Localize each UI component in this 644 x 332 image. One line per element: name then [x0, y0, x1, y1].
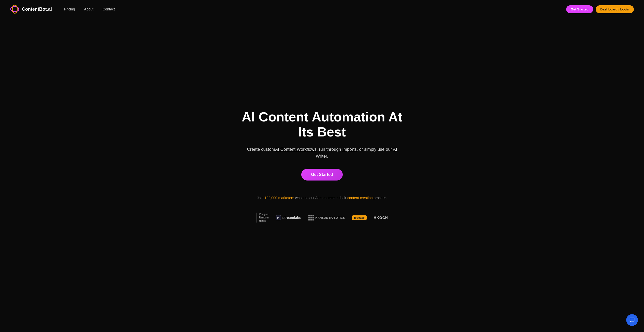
- social-proof: Join 122,000 marketers who use our AI to…: [257, 196, 387, 200]
- nav-link-about[interactable]: About: [84, 7, 94, 11]
- hanson-grid-icon: [308, 215, 314, 220]
- nav-link-pricing[interactable]: Pricing: [64, 7, 75, 11]
- social-proof-automate: automate: [324, 196, 338, 200]
- social-proof-mid1: who use our AI to: [294, 196, 324, 200]
- hero-subtitle-mid2: , or simply use our: [357, 147, 393, 152]
- jobcase-badge: jobcase: [352, 215, 367, 220]
- nav-links: Pricing About Contact: [64, 7, 115, 11]
- hero-link-imports[interactable]: Imports: [342, 147, 357, 152]
- social-proof-post: process.: [373, 196, 387, 200]
- chat-icon: [629, 317, 635, 323]
- brand-logos: Penguin Random House ▶ streamlabs HANSON…: [256, 213, 388, 223]
- nav-dashboard-button[interactable]: Dashboard / Login: [596, 5, 634, 13]
- hero-section: AI Content Automation At Its Best Create…: [0, 0, 644, 332]
- hero-subtitle: Create customAI Content Workflows, run t…: [246, 146, 398, 160]
- logo-jobcase: jobcase: [352, 215, 367, 220]
- nav-get-started-button[interactable]: Get Started: [566, 5, 593, 13]
- logo-text: ContentBot.ai: [22, 7, 52, 12]
- koch-text: HKOCH: [374, 216, 388, 220]
- logo-penguin-random-house: Penguin Random House: [256, 213, 269, 223]
- hero-subtitle-pre: Create custom: [247, 147, 275, 152]
- navbar: ContentBot.ai Pricing About Contact Get …: [0, 0, 644, 18]
- hero-subtitle-mid1: , run through: [317, 147, 342, 152]
- hero-title: AI Content Automation At Its Best: [233, 109, 411, 140]
- social-proof-pre: Join: [257, 196, 264, 200]
- hero-link-workflows[interactable]: AI Content Workflows: [275, 147, 317, 152]
- logo-hanson: HANSON ROBOTICS: [308, 215, 345, 220]
- social-proof-content-creation: content creation: [347, 196, 373, 200]
- nav-right: Get Started Dashboard / Login: [566, 5, 634, 13]
- social-proof-mid3: their: [338, 196, 347, 200]
- logo-icon: [10, 5, 19, 14]
- logo[interactable]: ContentBot.ai: [10, 5, 52, 14]
- nav-link-contact[interactable]: Contact: [102, 7, 115, 11]
- hero-cta-button[interactable]: Get Started: [301, 169, 342, 181]
- logo-streamlabs: ▶ streamlabs: [276, 215, 301, 220]
- nav-left: ContentBot.ai Pricing About Contact: [10, 5, 115, 14]
- streamlabs-icon: ▶: [276, 215, 281, 220]
- logo-koch: HKOCH: [374, 216, 388, 220]
- chat-bubble-button[interactable]: [626, 314, 638, 326]
- hero-subtitle-post: .: [327, 154, 328, 159]
- social-proof-count: 122,000 marketers: [264, 196, 294, 200]
